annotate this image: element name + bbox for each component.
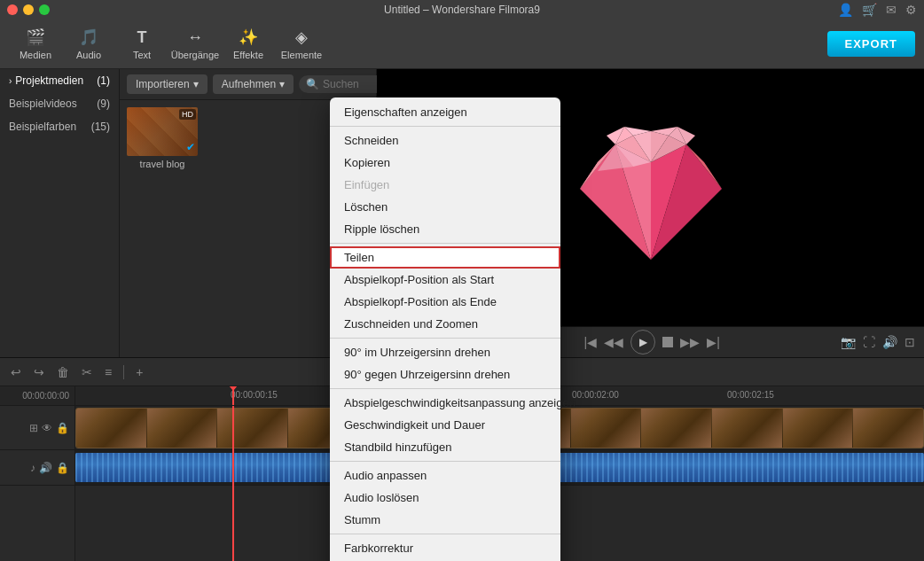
add-media-button[interactable]: + bbox=[132, 363, 146, 381]
preview-heart bbox=[562, 118, 740, 277]
sidebar-arrow-projektmedien: › bbox=[9, 76, 12, 86]
ctx-audio-anpassen[interactable]: Audio anpassen bbox=[330, 464, 560, 487]
track-lock-icon[interactable]: 🔒 bbox=[56, 422, 69, 434]
ctx-stumm[interactable]: Stumm bbox=[330, 509, 560, 531]
context-menu: Eigenschaften anzeigen Schneiden Kopiere… bbox=[330, 97, 560, 561]
import-button[interactable]: Importieren ▾ bbox=[127, 74, 208, 94]
toolbar-text[interactable]: T Text bbox=[115, 22, 168, 66]
video-frame-1 bbox=[76, 409, 146, 448]
media-item-travel-blog[interactable]: HD ✔ travel blog bbox=[127, 107, 198, 169]
audio-icon: 🎵 bbox=[79, 27, 98, 47]
ctx-farbkorrektur[interactable]: Farbkorrektur bbox=[330, 537, 560, 559]
medien-icon: 🎬 bbox=[26, 27, 45, 47]
export-button[interactable]: EXPORT bbox=[827, 31, 915, 57]
titlebar-icons: 👤 🛒 ✉ ⚙ bbox=[838, 3, 917, 17]
ctx-sep-3 bbox=[330, 338, 560, 339]
close-button[interactable] bbox=[7, 4, 18, 15]
user-icon[interactable]: 👤 bbox=[838, 3, 853, 17]
toolbar-effekte-label: Effekte bbox=[233, 50, 263, 60]
expand-icon[interactable]: ⊡ bbox=[904, 335, 915, 349]
ctx-eigenschaften[interactable]: Eigenschaften anzeigen bbox=[330, 101, 560, 123]
ctx-kopieren[interactable]: Kopieren bbox=[330, 152, 560, 174]
redo-button[interactable]: ↪ bbox=[30, 363, 48, 381]
fullscreen-button[interactable] bbox=[39, 4, 50, 15]
stop-button[interactable] bbox=[662, 337, 673, 347]
undo-button[interactable]: ↩ bbox=[7, 363, 25, 381]
play-button[interactable]: ▶ bbox=[630, 330, 655, 355]
ruler-label: 00:00:00:00 bbox=[22, 391, 69, 401]
ctx-abspielkopf-start[interactable]: Abspielkopf-Position als Start bbox=[330, 269, 560, 291]
track-audio-lock-icon[interactable]: 🔒 bbox=[56, 462, 69, 474]
ctx-standbild[interactable]: Standbild hinzufügen bbox=[330, 436, 560, 458]
video-frame-12 bbox=[853, 409, 923, 448]
thumb-label: travel blog bbox=[127, 159, 198, 169]
next-frame-button[interactable]: ▶| bbox=[707, 335, 720, 349]
toolbar-uebergaenge[interactable]: ↔ Übergänge bbox=[168, 22, 222, 66]
track-label-video: ⊞ 👁 🔒 bbox=[0, 406, 74, 450]
record-button[interactable]: Aufnehmen ▾ bbox=[213, 74, 294, 94]
track-grid-icon[interactable]: ⊞ bbox=[29, 422, 38, 434]
sidebar-item-beispielvideos[interactable]: Beispielvideos (9) bbox=[0, 92, 119, 115]
preview-buttons: |◀ ◀◀ ▶ ▶▶ ▶| bbox=[584, 330, 720, 355]
ruler-time-1: 00:00:00:15 bbox=[231, 390, 278, 400]
ctx-geschwindigkeit-dauer[interactable]: Geschwindigkeit und Dauer bbox=[330, 414, 560, 436]
video-frame-2 bbox=[147, 409, 217, 448]
preview-right-buttons: 📷 ⛶ 🔊 ⊡ bbox=[841, 335, 915, 349]
minimize-button[interactable] bbox=[23, 4, 34, 15]
ctx-rotate-cw[interactable]: 90° im Uhrzeigersinn drehen bbox=[330, 341, 560, 363]
cart-icon[interactable]: 🛒 bbox=[862, 3, 877, 17]
track-labels: ⊞ 👁 🔒 ♪ 🔊 🔒 bbox=[0, 406, 75, 561]
fast-forward-button[interactable]: ▶▶ bbox=[680, 335, 700, 349]
fullscreen-icon[interactable]: ⛶ bbox=[863, 335, 875, 349]
ctx-abspielkopf-ende[interactable]: Abspielkopf-Position als Ende bbox=[330, 291, 560, 313]
delete-button[interactable]: 🗑 bbox=[53, 363, 73, 381]
mail-icon[interactable]: ✉ bbox=[886, 3, 897, 17]
ctx-sep-2 bbox=[330, 243, 560, 244]
ctx-teilen[interactable]: Teilen bbox=[330, 246, 560, 269]
ctx-sep-1 bbox=[330, 126, 560, 127]
track-label-audio: ♪ 🔊 🔒 bbox=[0, 450, 74, 486]
settings-icon[interactable]: ⚙ bbox=[905, 3, 917, 17]
ctx-zuschneiden[interactable]: Zuschneiden und Zoomen bbox=[330, 313, 560, 335]
list-button[interactable]: ≡ bbox=[101, 363, 115, 381]
ctx-sep-6 bbox=[330, 534, 560, 534]
toolbar-effekte[interactable]: ✨ Effekte bbox=[222, 22, 275, 66]
toolbar-elemente[interactable]: ◈ Elemente bbox=[275, 22, 328, 66]
toolbar-audio[interactable]: 🎵 Audio bbox=[62, 22, 115, 66]
cut-button[interactable]: ✂ bbox=[78, 363, 96, 381]
screenshot-icon[interactable]: 📷 bbox=[841, 335, 856, 349]
video-frame-3 bbox=[217, 409, 287, 448]
ctx-loeschen[interactable]: Löschen bbox=[330, 196, 560, 218]
track-audio-level-icon[interactable]: 🔊 bbox=[39, 462, 52, 474]
toolbar-elemente-label: Elemente bbox=[281, 50, 322, 60]
import-chevron-icon: ▾ bbox=[193, 78, 199, 90]
ctx-audio-loeschen[interactable]: Audio loslösen bbox=[330, 487, 560, 509]
sidebar-label-beispielvideos: Beispielvideos bbox=[9, 97, 77, 110]
ctx-schneiden[interactable]: Schneiden bbox=[330, 129, 560, 152]
sidebar-item-beispielfarben[interactable]: Beispielfarben (15) bbox=[0, 115, 119, 138]
sidebar: › Projektmedien (1) Beispielvideos (9) B… bbox=[0, 69, 120, 357]
sidebar-count-beispielvideos: (9) bbox=[97, 97, 110, 110]
track-eye-icon[interactable]: 👁 bbox=[42, 422, 52, 434]
prev-frame-button[interactable]: |◀ bbox=[584, 335, 598, 349]
track-music-icon[interactable]: ♪ bbox=[30, 462, 35, 474]
elemente-icon: ◈ bbox=[295, 27, 308, 47]
sidebar-label-beispielfarben: Beispielfarben bbox=[9, 121, 76, 133]
thumb-check-icon: ✔ bbox=[186, 141, 195, 153]
playhead[interactable] bbox=[232, 386, 234, 405]
titlebar: Untitled – Wondershare Filmora9 👤 🛒 ✉ ⚙ bbox=[0, 0, 924, 19]
toolbar-audio-label: Audio bbox=[76, 50, 101, 60]
rewind-button[interactable]: ◀◀ bbox=[604, 335, 623, 349]
sidebar-label-projektmedien: Projektmedien bbox=[15, 74, 83, 87]
ctx-sep-5 bbox=[330, 461, 560, 462]
sidebar-item-projektmedien[interactable]: › Projektmedien (1) bbox=[0, 69, 119, 92]
ctx-ripple-loeschen[interactable]: Ripple löschen bbox=[330, 218, 560, 240]
traffic-lights bbox=[7, 4, 50, 15]
ruler-time-2: 00:00:02:00 bbox=[572, 390, 619, 400]
thumb-image: HD ✔ bbox=[127, 107, 198, 156]
toolbar-medien[interactable]: 🎬 Medien bbox=[9, 22, 62, 66]
toolbar-text-label: Text bbox=[133, 50, 151, 60]
ctx-rotate-ccw[interactable]: 90° gegen Uhrzeigersinn drehen bbox=[330, 363, 560, 386]
ctx-geschwindigkeit[interactable]: Abspielgeschwindigkeitsanpassung anzeige… bbox=[330, 392, 560, 414]
volume-icon[interactable]: 🔊 bbox=[882, 335, 897, 349]
